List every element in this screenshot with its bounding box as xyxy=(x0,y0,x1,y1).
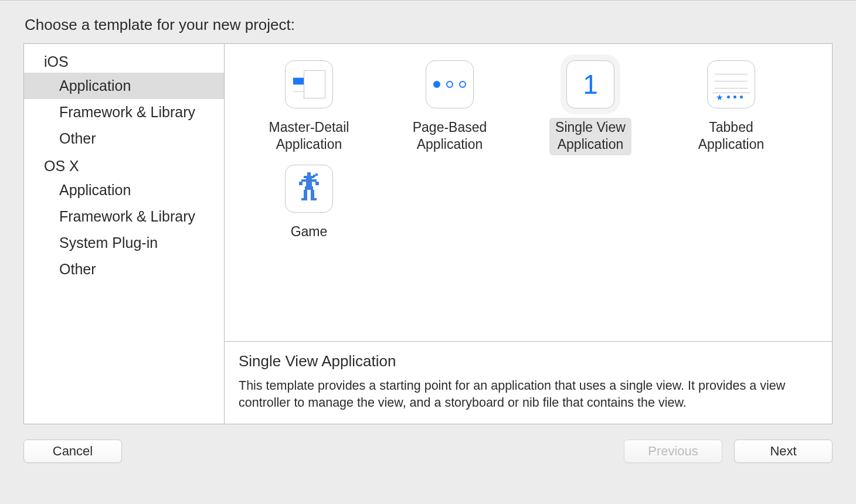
template-main: Master-Detail Application Page-Based App… xyxy=(225,44,832,424)
tabbed-icon: ★ xyxy=(707,60,755,108)
previous-button[interactable]: Previous xyxy=(624,440,722,463)
template-page-based[interactable]: Page-Based Application xyxy=(379,56,520,160)
sheet-title: Choose a template for your new project: xyxy=(0,9,856,43)
sidebar-item-osx-other[interactable]: Other xyxy=(24,256,224,282)
sidebar-item-ios-other[interactable]: Other xyxy=(24,125,224,152)
template-label: Game xyxy=(291,223,328,240)
svg-rect-5 xyxy=(301,179,306,182)
svg-rect-6 xyxy=(312,179,317,182)
category-header-ios: iOS xyxy=(24,47,224,73)
description-title: Single View Application xyxy=(239,352,818,370)
category-sidebar: iOS Application Framework & Library Othe… xyxy=(24,44,225,424)
template-label: Single View Application xyxy=(555,119,626,153)
template-description: Single View Application This template pr… xyxy=(225,341,832,424)
svg-rect-3 xyxy=(315,173,318,176)
category-header-osx: OS X xyxy=(24,152,224,177)
template-label: Page-Based Application xyxy=(413,119,487,153)
page-based-icon xyxy=(426,60,474,108)
svg-rect-11 xyxy=(311,190,314,198)
svg-rect-9 xyxy=(305,186,313,190)
template-panel: iOS Application Framework & Library Othe… xyxy=(23,43,833,424)
svg-rect-12 xyxy=(301,198,307,200)
svg-rect-2 xyxy=(313,175,315,177)
description-body: This template provides a starting point … xyxy=(239,377,818,411)
sidebar-item-osx-application[interactable]: Application xyxy=(24,177,224,203)
template-tabbed[interactable]: ★ Tabbed Application xyxy=(661,56,801,160)
game-icon xyxy=(285,165,333,213)
next-button[interactable]: Next xyxy=(734,440,833,463)
new-project-sheet: Choose a template for your new project: … xyxy=(0,0,856,481)
template-label: Tabbed Application xyxy=(698,119,765,153)
single-view-icon: 1 xyxy=(566,60,614,108)
sidebar-item-ios-application[interactable]: Application xyxy=(24,73,224,99)
sheet-footer: Cancel Previous Next xyxy=(0,424,856,481)
svg-rect-8 xyxy=(315,182,319,185)
svg-rect-4 xyxy=(306,178,312,186)
cancel-button[interactable]: Cancel xyxy=(23,440,122,463)
svg-rect-7 xyxy=(299,182,303,185)
template-grid: Master-Detail Application Page-Based App… xyxy=(225,44,832,341)
sidebar-item-osx-system-plugin[interactable]: System Plug-in xyxy=(24,230,224,256)
master-detail-icon xyxy=(285,60,333,108)
svg-rect-1 xyxy=(304,176,314,178)
template-label: Master-Detail Application xyxy=(269,119,349,153)
svg-rect-0 xyxy=(307,172,311,176)
template-single-view[interactable]: 1 Single View Application xyxy=(520,56,661,160)
svg-rect-10 xyxy=(304,190,307,198)
template-game[interactable]: Game xyxy=(239,160,379,247)
sidebar-item-ios-framework-library[interactable]: Framework & Library xyxy=(24,99,224,125)
svg-rect-13 xyxy=(311,198,317,200)
template-master-detail[interactable]: Master-Detail Application xyxy=(239,56,379,160)
sidebar-item-osx-framework-library[interactable]: Framework & Library xyxy=(24,203,224,230)
